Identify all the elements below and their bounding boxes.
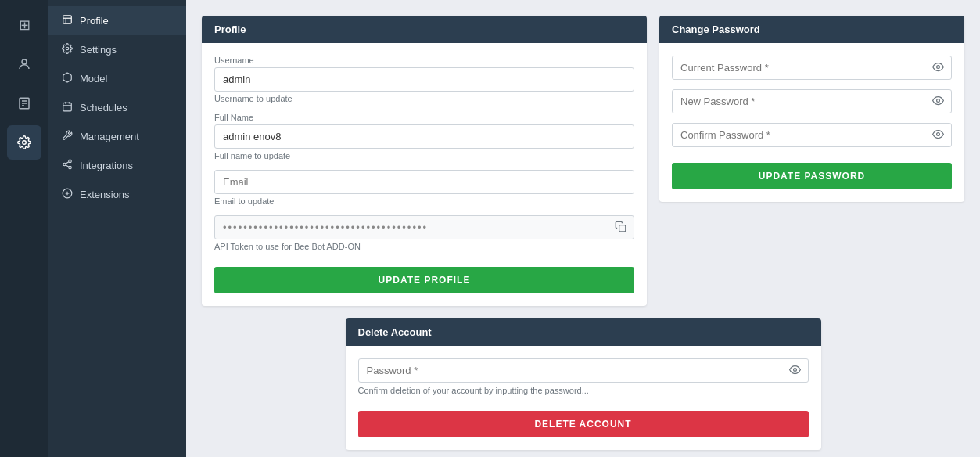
sidebar-item-integrations[interactable]: Integrations	[48, 151, 186, 180]
username-label: Username	[214, 56, 634, 65]
svg-line-18	[66, 162, 69, 164]
delete-account-card: Delete Account Confirm deletion of your …	[346, 318, 821, 450]
svg-point-9	[66, 47, 69, 50]
username-input[interactable]	[214, 67, 634, 92]
current-password-eye-icon[interactable]	[932, 61, 944, 75]
email-input-wrap	[214, 170, 634, 194]
fullname-label: Full Name	[214, 113, 634, 122]
sidebar-item-profile[interactable]: Profile	[48, 6, 186, 35]
delete-hint: Confirm deletion of your account by inpu…	[358, 386, 809, 395]
sidebar-label-management: Management	[80, 131, 139, 142]
profile-card-body: Username Username to update Full Name Fu…	[202, 43, 647, 306]
schedules-nav-icon	[61, 101, 74, 114]
profile-card-header: Profile	[202, 16, 647, 43]
home-icon-btn[interactable]: ⊞	[7, 8, 41, 42]
fullname-sublabel: Full name to update	[214, 151, 634, 160]
change-password-header: Change Password	[659, 16, 964, 43]
sidebar-label-profile: Profile	[80, 15, 109, 27]
delete-password-input[interactable]	[358, 358, 809, 383]
sidebar-label-model: Model	[80, 73, 107, 85]
current-password-wrap	[672, 56, 952, 80]
confirm-password-wrap	[672, 123, 952, 147]
svg-line-17	[66, 165, 69, 167]
fullname-input-wrap	[214, 124, 634, 149]
fullname-group: Full Name Full name to update	[214, 113, 634, 160]
svg-point-15	[63, 163, 66, 166]
settings-icon-btn[interactable]	[7, 125, 41, 160]
report-icon-btn[interactable]	[7, 86, 41, 121]
confirm-password-input[interactable]	[672, 123, 952, 147]
icon-bar: ⊞	[0, 0, 48, 457]
token-input-wrap	[214, 215, 634, 239]
delete-account-header: Delete Account	[346, 318, 821, 346]
svg-point-16	[69, 166, 72, 169]
delete-password-eye-icon[interactable]	[789, 364, 801, 378]
new-password-wrap	[672, 89, 952, 113]
sidebar-item-extensions[interactable]: Extensions	[48, 180, 186, 209]
sidebar: Profile Settings Model Schedules Managem…	[48, 0, 186, 457]
current-password-group	[672, 56, 952, 80]
top-row: Profile Username Username to update Full…	[202, 16, 964, 306]
confirm-password-eye-icon[interactable]	[932, 128, 944, 142]
svg-point-0	[22, 59, 27, 64]
bottom-row: Delete Account Confirm deletion of your …	[202, 318, 964, 450]
fullname-input[interactable]	[214, 124, 634, 149]
username-sublabel: Username to update	[214, 94, 634, 103]
svg-point-24	[937, 99, 940, 102]
model-nav-icon	[61, 72, 74, 85]
change-password-body: UPDATE PASSWORD	[659, 43, 964, 202]
user-icon-btn[interactable]	[7, 47, 41, 81]
email-group: Email to update	[214, 170, 634, 206]
main-content: Profile Username Username to update Full…	[186, 0, 980, 457]
delete-account-button[interactable]: DELETE ACCOUNT	[358, 411, 809, 437]
sidebar-label-settings: Settings	[80, 44, 117, 56]
extensions-nav-icon	[61, 188, 74, 201]
sidebar-item-management[interactable]: Management	[48, 122, 186, 151]
new-password-eye-icon[interactable]	[932, 95, 944, 109]
svg-point-26	[793, 368, 796, 371]
username-group: Username Username to update	[214, 56, 634, 103]
svg-rect-22	[619, 225, 626, 231]
confirm-password-group	[672, 123, 952, 147]
sidebar-item-model[interactable]: Model	[48, 64, 186, 93]
sidebar-label-extensions: Extensions	[80, 189, 130, 200]
sidebar-item-schedules[interactable]: Schedules	[48, 93, 186, 122]
sidebar-item-settings[interactable]: Settings	[48, 35, 186, 64]
current-password-input[interactable]	[672, 56, 952, 80]
email-input[interactable]	[214, 170, 634, 194]
sidebar-label-schedules: Schedules	[80, 102, 127, 113]
update-profile-button[interactable]: UPDATE PROFILE	[214, 267, 634, 293]
sidebar-label-integrations: Integrations	[80, 160, 133, 171]
svg-point-5	[23, 141, 27, 145]
new-password-input[interactable]	[672, 89, 952, 113]
update-password-button[interactable]: UPDATE PASSWORD	[672, 163, 952, 189]
delete-password-group: Confirm deletion of your account by inpu…	[358, 358, 809, 395]
token-input[interactable]	[214, 215, 634, 239]
svg-rect-6	[63, 16, 72, 24]
username-input-wrap	[214, 67, 634, 92]
svg-point-23	[937, 65, 940, 68]
svg-rect-10	[63, 103, 72, 111]
email-sublabel: Email to update	[214, 196, 634, 206]
profile-card: Profile Username Username to update Full…	[202, 16, 647, 306]
management-nav-icon	[61, 130, 74, 143]
token-group: API Token to use for Bee Bot ADD-ON	[214, 215, 634, 251]
new-password-group	[672, 89, 952, 113]
copy-icon[interactable]	[615, 221, 626, 235]
svg-point-25	[937, 132, 940, 135]
change-password-card: Change Password	[659, 16, 964, 202]
delete-password-wrap	[358, 358, 809, 383]
delete-account-body: Confirm deletion of your account by inpu…	[346, 346, 821, 450]
integrations-nav-icon	[61, 159, 74, 172]
token-sublabel: API Token to use for Bee Bot ADD-ON	[214, 242, 634, 251]
svg-point-14	[69, 160, 72, 163]
settings-nav-icon	[61, 43, 74, 56]
profile-nav-icon	[61, 14, 74, 27]
